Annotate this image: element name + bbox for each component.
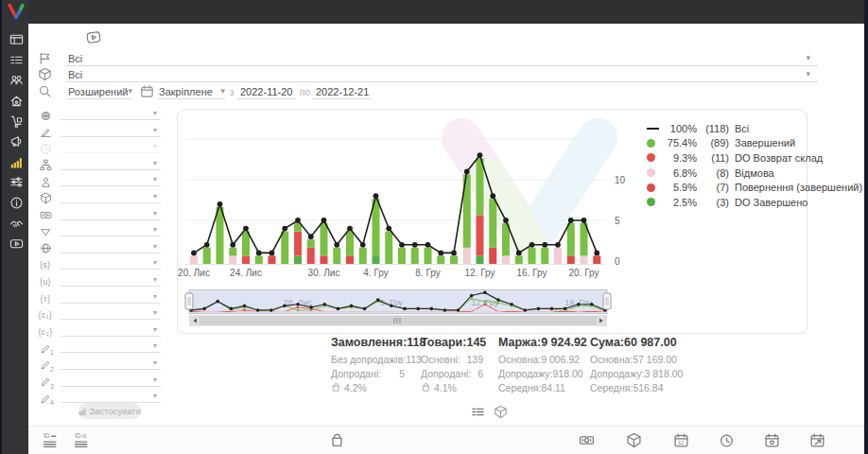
product-filter-select[interactable]: Всі ▾ <box>66 67 818 82</box>
stat-sub-value: 9 006.92 <box>541 354 580 365</box>
filter-dropdown[interactable] <box>61 107 161 120</box>
legend-count: (11) <box>697 152 729 164</box>
chevron-down-icon[interactable]: ▾ <box>153 175 157 183</box>
sidebar-item-users[interactable] <box>2 70 30 91</box>
play-tutorial-icon[interactable] <box>84 29 103 45</box>
filter-dropdown[interactable] <box>61 140 161 153</box>
legend-item[interactable]: 2.5%(3)DO Завершено <box>647 195 862 210</box>
legend-item[interactable]: 5.9%(7)Повернення (завершений) <box>647 180 862 195</box>
channel-filter-select[interactable]: Всі ▾ <box>66 51 818 66</box>
filter-dropdown[interactable] <box>61 157 161 170</box>
filter-dropdown[interactable] <box>61 390 161 403</box>
sidebar-item-megaphone[interactable] <box>2 131 30 152</box>
view-toggle-icons <box>471 405 508 419</box>
filter-dropdown[interactable] <box>61 207 161 220</box>
range-handle-right[interactable] <box>603 293 611 309</box>
bottom-tab-id-o-list-icon[interactable] <box>74 432 90 452</box>
chevron-down-icon[interactable]: ▾ <box>153 308 157 317</box>
bottom-tab-clock-icon[interactable] <box>719 432 735 452</box>
bottom-tab-calendar-plus-icon[interactable] <box>764 432 780 452</box>
chevron-down-icon[interactable]: ▾ <box>153 209 157 218</box>
filter-dropdown[interactable] <box>61 273 161 287</box>
sidebar-item-sliders[interactable] <box>2 172 30 193</box>
chevron-down-icon[interactable]: ▾ <box>128 86 132 96</box>
chevron-down-icon[interactable]: ▾ <box>220 86 225 96</box>
filter-dropdown[interactable] <box>61 323 161 337</box>
sidebar-item-cart[interactable] <box>2 111 30 131</box>
chevron-down-icon[interactable]: ▾ <box>806 69 810 79</box>
sidebar-item-handshake[interactable] <box>2 213 30 234</box>
bottom-tab-cube-icon[interactable] <box>626 432 642 452</box>
legend-item[interactable]: 75.4%(89)Завершений <box>647 136 862 151</box>
chevron-down-icon[interactable]: ▾ <box>153 341 157 350</box>
date-from-field[interactable]: 2022-11-20 <box>237 84 296 99</box>
person-icon <box>38 174 53 189</box>
period-mode-select[interactable]: Закріплене ▾ <box>157 84 225 99</box>
stat-sub-label: Основні: <box>421 354 460 365</box>
apply-button[interactable]: Застосувати <box>78 403 141 419</box>
chevron-down-icon[interactable]: ▾ <box>153 126 157 134</box>
range-handle-left[interactable] <box>185 293 193 309</box>
braces-glyph-icon: {u} <box>38 274 53 289</box>
filter-dropdown[interactable] <box>61 223 161 236</box>
filter-dropdown[interactable] <box>61 357 161 370</box>
filter-dropdown[interactable] <box>61 124 161 137</box>
chevron-down-icon[interactable]: ▾ <box>153 258 157 267</box>
legend-item[interactable]: 6.8%(8)Відмова <box>647 166 862 181</box>
legend-count: (7) <box>697 182 729 193</box>
filter-dropdown[interactable] <box>61 290 161 304</box>
legend-dot-swatch <box>647 198 662 206</box>
search-mode-select[interactable]: Розширений ▾ <box>66 84 132 99</box>
bottom-tab-id-list-icon[interactable] <box>43 432 59 452</box>
filter-dropdown[interactable] <box>61 256 161 270</box>
chevron-down-icon[interactable]: ▾ <box>153 275 157 284</box>
list-view-icon[interactable] <box>471 405 485 419</box>
bottom-tab-calendar-12-icon[interactable] <box>673 432 689 452</box>
bottom-tab-calendar-export-icon[interactable] <box>809 432 825 452</box>
chevron-down-icon[interactable]: ▾ <box>153 225 157 234</box>
chevron-down-icon[interactable]: ▾ <box>153 109 157 117</box>
filter-dropdown[interactable] <box>61 306 161 320</box>
cube-view-icon[interactable] <box>494 405 508 419</box>
chevron-down-icon[interactable]: ▾ <box>153 325 157 334</box>
legend-item[interactable]: 100%(118)Всі <box>647 121 862 136</box>
legend-line-swatch <box>647 128 662 130</box>
stat-sub-value: 6 <box>477 368 483 379</box>
bottom-tab-strip <box>28 426 864 454</box>
chevron-down-icon[interactable]: ▾ <box>153 358 157 367</box>
chevron-down-icon[interactable]: ▾ <box>153 375 157 384</box>
date-to-field[interactable]: 2022-12-21 <box>313 84 372 99</box>
chart-scrollbar[interactable] <box>189 316 607 326</box>
sidebar-item-bar-chart[interactable] <box>2 152 30 173</box>
filter-dropdown[interactable] <box>61 240 161 253</box>
braces-glyph-icon: {c₁} <box>38 307 53 323</box>
chevron-down-icon[interactable]: ▾ <box>153 192 157 201</box>
legend-item[interactable]: 9.3%(11)DO Возврат склад <box>647 150 862 166</box>
chevron-down-icon[interactable]: ▾ <box>153 159 157 167</box>
app-logo-icon[interactable] <box>6 2 26 22</box>
sidebar-item-info[interactable] <box>2 193 30 214</box>
bottom-tab-bag-icon[interactable] <box>329 432 345 452</box>
stat-sub-value: 113 <box>406 354 422 365</box>
chevron-down-icon[interactable]: ▾ <box>153 242 157 251</box>
calendar-icon[interactable] <box>140 84 154 98</box>
filter-dropdown[interactable] <box>61 190 161 203</box>
funnel-icon <box>38 224 53 239</box>
stat-value: 145 <box>466 336 486 352</box>
chevron-down-icon[interactable]: ▾ <box>153 392 157 400</box>
filter-dropdown[interactable] <box>61 374 161 387</box>
chevron-down-icon[interactable]: ▾ <box>153 292 157 301</box>
search-icon[interactable] <box>38 84 52 98</box>
sidebar-item-list[interactable] <box>2 50 30 71</box>
filter-dropdown[interactable] <box>61 340 161 353</box>
bottom-tab-banknote-icon[interactable] <box>579 432 595 452</box>
chevron-down-icon[interactable]: ▾ <box>806 53 810 62</box>
sidebar-item-video[interactable] <box>2 234 30 254</box>
filter-dropdown[interactable] <box>61 173 161 186</box>
id-list-icon <box>43 432 59 448</box>
orders-chart-card: 051020. Лис24. Лис30. Лис4. Гру8. Гру12.… <box>177 109 807 334</box>
pen-index: 3 <box>50 383 54 390</box>
sidebar-item-home[interactable] <box>2 91 30 112</box>
sidebar-item-window[interactable] <box>2 29 30 50</box>
chevron-down-icon[interactable]: ▾ <box>153 142 157 150</box>
